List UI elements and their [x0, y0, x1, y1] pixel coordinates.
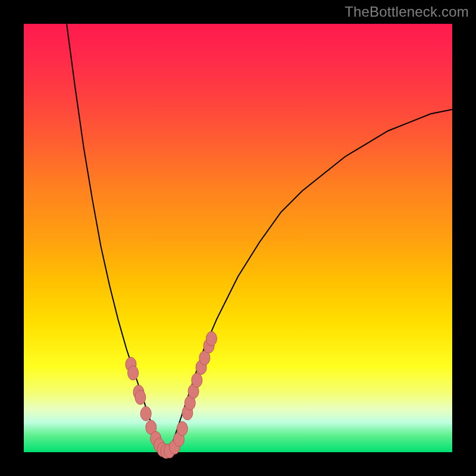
watermark-text: TheBottleneck.com: [345, 4, 469, 20]
chart-frame: TheBottleneck.com: [0, 0, 476, 476]
curve-left: [67, 24, 165, 452]
dots-right: [164, 331, 217, 458]
data-dot: [206, 331, 217, 346]
data-dot: [192, 373, 202, 387]
curve-right: [165, 109, 452, 452]
data-dot: [135, 390, 146, 405]
data-dot: [140, 406, 151, 421]
curves-svg: [24, 24, 452, 452]
data-dot: [177, 421, 187, 436]
data-dot: [128, 366, 139, 380]
dots-left: [126, 357, 171, 458]
plot-area: [24, 24, 452, 452]
